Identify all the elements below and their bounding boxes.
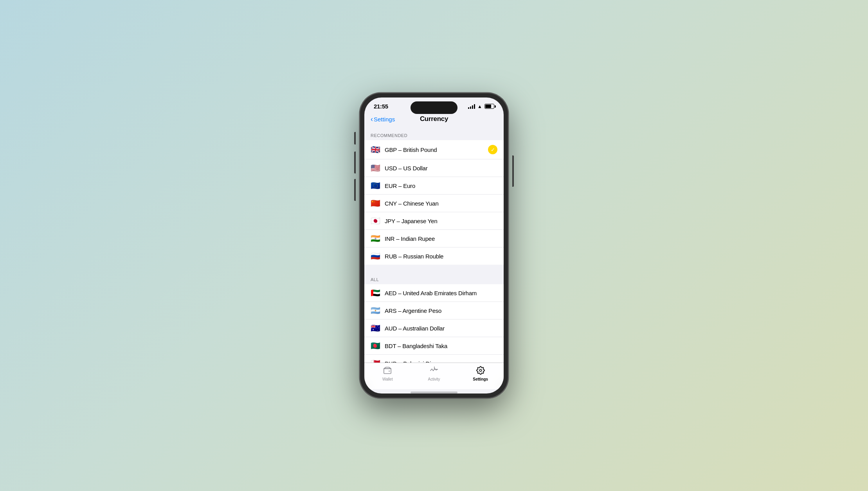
- svg-point-1: [389, 370, 390, 372]
- silent-switch: [354, 132, 356, 144]
- wifi-icon: ▲: [477, 104, 482, 109]
- list-item[interactable]: 🇺🇸 USD – US Dollar: [364, 159, 504, 177]
- power-button: [512, 155, 514, 187]
- selected-checkmark: ✓: [488, 145, 497, 154]
- list-item[interactable]: 🇧🇭 BHD – Bahraini Dinar: [364, 355, 504, 363]
- volume-down-button: [354, 179, 356, 201]
- currency-inr: INR – Indian Rupee: [385, 235, 497, 242]
- wallet-icon: [383, 366, 392, 376]
- list-item[interactable]: 🇪🇺 EUR – Euro: [364, 177, 504, 195]
- recommended-header: RECOMMENDED: [364, 127, 504, 140]
- phone-frame: 21:55 ▲ ‹ Settings Currency: [360, 93, 508, 398]
- list-item[interactable]: 🇬🇧 GBP – British Pound ✓: [364, 140, 504, 159]
- tab-wallet-label: Wallet: [382, 377, 393, 381]
- recommended-section: RECOMMENDED 🇬🇧 GBP – British Pound ✓ 🇺🇸 …: [364, 127, 504, 265]
- currency-ars: ARS – Argentine Peso: [385, 307, 497, 314]
- recommended-list: 🇬🇧 GBP – British Pound ✓ 🇺🇸 USD – US Dol…: [364, 140, 504, 265]
- currency-usd: USD – US Dollar: [385, 165, 497, 171]
- signal-icon: [468, 104, 475, 109]
- flag-bhd: 🇧🇭: [371, 359, 381, 363]
- flag-cny: 🇨🇳: [371, 199, 381, 207]
- settings-icon: [476, 366, 485, 376]
- list-item[interactable]: 🇨🇳 CNY – Chinese Yuan: [364, 195, 504, 212]
- list-item[interactable]: 🇦🇷 ARS – Argentine Peso: [364, 302, 504, 320]
- battery-fill: [485, 105, 491, 108]
- list-item[interactable]: 🇦🇪 AED – United Arab Emirates Dirham: [364, 284, 504, 302]
- currency-bdt: BDT – Bangladeshi Taka: [385, 343, 497, 349]
- tab-activity[interactable]: Activity: [411, 366, 457, 381]
- flag-rub: 🇷🇺: [371, 252, 381, 260]
- currency-jpy: JPY – Japanese Yen: [385, 218, 497, 224]
- battery-icon: [484, 104, 494, 109]
- flag-gbp: 🇬🇧: [371, 146, 381, 153]
- list-item[interactable]: 🇮🇳 INR – Indian Rupee: [364, 230, 504, 247]
- status-time: 21:55: [374, 103, 388, 110]
- flag-aed: 🇦🇪: [371, 289, 381, 297]
- phone-screen: 21:55 ▲ ‹ Settings Currency: [364, 97, 504, 394]
- back-label: Settings: [374, 116, 395, 123]
- dynamic-island: [411, 101, 457, 114]
- list-item[interactable]: 🇧🇩 BDT – Bangladeshi Taka: [364, 337, 504, 355]
- flag-aud: 🇦🇺: [371, 324, 381, 332]
- all-section: ALL 🇦🇪 AED – United Arab Emirates Dirham…: [364, 271, 504, 363]
- currency-aed: AED – United Arab Emirates Dirham: [385, 290, 497, 296]
- status-icons: ▲: [468, 104, 494, 109]
- currency-aud: AUD – Australian Dollar: [385, 325, 497, 332]
- nav-bar: ‹ Settings Currency: [364, 112, 504, 127]
- activity-icon: [430, 366, 438, 376]
- page-title: Currency: [420, 115, 448, 123]
- flag-bdt: 🇧🇩: [371, 342, 381, 350]
- currency-list[interactable]: RECOMMENDED 🇬🇧 GBP – British Pound ✓ 🇺🇸 …: [364, 127, 504, 363]
- flag-ars: 🇦🇷: [371, 307, 381, 314]
- flag-jpy: 🇯🇵: [371, 217, 381, 225]
- home-indicator: [411, 392, 457, 394]
- tab-bar: Wallet Activity Settings: [364, 363, 504, 389]
- tab-settings[interactable]: Settings: [457, 366, 504, 381]
- tab-settings-label: Settings: [473, 377, 488, 381]
- tab-activity-label: Activity: [428, 377, 440, 381]
- svg-rect-0: [384, 368, 391, 374]
- list-item[interactable]: 🇦🇺 AUD – Australian Dollar: [364, 320, 504, 337]
- flag-inr: 🇮🇳: [371, 235, 381, 242]
- tab-wallet[interactable]: Wallet: [364, 366, 411, 381]
- all-list: 🇦🇪 AED – United Arab Emirates Dirham 🇦🇷 …: [364, 284, 504, 363]
- all-header: ALL: [364, 271, 504, 284]
- list-item[interactable]: 🇯🇵 JPY – Japanese Yen: [364, 212, 504, 230]
- flag-eur: 🇪🇺: [371, 182, 381, 190]
- svg-point-2: [479, 369, 482, 372]
- volume-up-button: [354, 152, 356, 173]
- currency-cny: CNY – Chinese Yuan: [385, 200, 497, 207]
- currency-gbp: GBP – British Pound: [385, 146, 488, 153]
- back-button[interactable]: ‹ Settings: [371, 116, 395, 123]
- list-item[interactable]: 🇷🇺 RUB – Russian Rouble: [364, 247, 504, 265]
- flag-usd: 🇺🇸: [371, 164, 381, 172]
- currency-rub: RUB – Russian Rouble: [385, 253, 497, 260]
- currency-eur: EUR – Euro: [385, 182, 497, 189]
- back-chevron-icon: ‹: [371, 116, 373, 123]
